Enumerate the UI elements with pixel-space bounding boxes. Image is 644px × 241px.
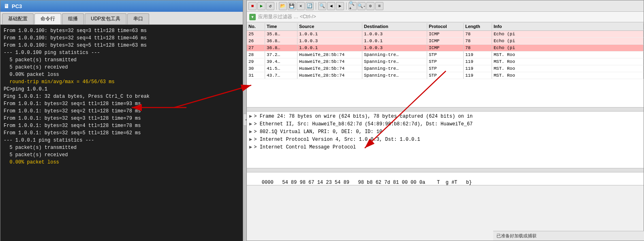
terminal-line-23: 0.00% packet loss	[4, 159, 240, 166]
pkt-src: HuaweiTe_28:5b:74	[297, 65, 362, 72]
detail-icmp-text: > Internet Control Message Protocol	[254, 144, 356, 150]
pkt-dst: Spanning-tre…	[362, 65, 427, 72]
col-no: No.	[247, 23, 265, 30]
tab-command-line[interactable]: 命令行	[34, 13, 61, 24]
find-button[interactable]: 🔍	[318, 2, 326, 10]
pc3-title: PC3	[12, 3, 22, 9]
col-time: Time	[265, 23, 297, 30]
expand-arrow-vlan: ▶	[249, 129, 252, 135]
packet-list: No. Time Source Destination Protocol Len…	[247, 22, 644, 108]
detail-frame-text: > Frame 24: 78 bytes on wire (624 bits),…	[254, 114, 473, 119]
pkt-info: Echo (pi	[492, 45, 644, 51]
stop-button[interactable]: ■	[248, 2, 257, 10]
packet-row-29[interactable]: 29 39.4… HuaweiTe_28:5b:74 Spanning-tre……	[247, 58, 644, 65]
filter-icon: ▼	[249, 14, 256, 20]
terminal-line-8: 0.00% packet loss	[4, 71, 240, 78]
pkt-time: 36.8…	[265, 45, 297, 51]
pkt-info: MST. Roo	[492, 65, 644, 72]
pkt-dst: Spanning-tre…	[362, 58, 427, 65]
terminal-line-22: 5 packet(s) received	[4, 151, 240, 159]
pkt-len: 119	[464, 72, 492, 79]
pc3-icon: 🖥	[4, 3, 9, 9]
pkt-time: 36.8…	[265, 38, 297, 44]
terminal-line-1: From 1.0.0.100: bytes=32 seq=3 ttl=128 t…	[4, 27, 240, 34]
pc3-terminal[interactable]: From 1.0.0.100: bytes=32 seq=3 ttl=128 t…	[0, 25, 243, 241]
hex-line: 0000 54 89 98 67 14 23 54 89 98 b8 62 7d…	[262, 180, 484, 185]
wireshark-window: ■ ▶ ↺ 📂 💾 ✕ 🔄 🔍 ◀ ▶ 🔍+ 🔍- ⊙ ≡ ▼ 应用显示过滤器 …	[246, 0, 644, 241]
packet-row-26[interactable]: 26 36.8… 1.0.0.3 1.0.0.1 ICMP 78 Echo (p…	[247, 38, 644, 45]
terminal-line-5: --- 1.0.0.100 ping statistics ---	[4, 49, 240, 56]
detail-row-icmp[interactable]: ▶ > Internet Control Message Protocol	[247, 143, 644, 151]
pkt-no: 29	[247, 58, 265, 65]
zoom-reset-button[interactable]: ⊙	[366, 2, 374, 10]
terminal-line-16: From 1.0.0.1: bytes=32 seq=3 ttl=128 tim…	[4, 115, 240, 122]
tab-basic-config[interactable]: 基础配置	[2, 13, 34, 24]
col-protocol: Protocol	[427, 23, 464, 30]
pkt-no: 28	[247, 52, 265, 58]
pkt-info: Echo (pi	[492, 31, 644, 37]
terminal-line-14: From 1.0.0.1: bytes=32 seq=1 ttl=128 tim…	[4, 100, 240, 108]
pkt-time: 37.2…	[265, 52, 297, 58]
tab-udp-tool[interactable]: UDP发包工具	[85, 13, 126, 24]
zoom-out-button[interactable]: 🔍-	[357, 2, 366, 10]
detail-ip-text: > Internet Protocol Version 4, Src: 1.0.…	[254, 137, 420, 142]
pkt-info: MST. Roo	[492, 58, 644, 65]
pkt-src: 1.0.0.3	[297, 38, 362, 44]
terminal-line-11: PC>ping 1.0.0.1	[4, 86, 240, 93]
pkt-proto: STP	[427, 65, 464, 72]
packet-row-25[interactable]: 25 35.8… 1.0.0.1 1.0.0.3 ICMP 78 Echo (p…	[247, 31, 644, 38]
detail-vlan-text: > 802.1Q Virtual LAN, PRI: 0, DEI: 0, ID…	[254, 129, 382, 135]
status-ready: 已准备好加载或捕获	[496, 233, 537, 239]
pkt-time: 39.4…	[265, 58, 297, 65]
pkt-proto: STP	[427, 58, 464, 65]
pkt-len: 119	[464, 58, 492, 65]
hex-pane: 0000 54 89 98 67 14 23 54 89 98 b8 62 7d…	[247, 172, 644, 185]
detail-hscroll[interactable]	[247, 168, 644, 172]
start-button[interactable]: ▶	[257, 2, 265, 10]
pkt-info: MST. Roo	[492, 72, 644, 79]
packet-row-27[interactable]: 27 36.8… 1.0.0.1 1.0.0.3 ICMP 78 Echo (p…	[247, 45, 644, 52]
pkt-no: 27	[247, 45, 265, 51]
terminal-line-17: From 1.0.0.1: bytes=32 seq=4 ttl=128 tim…	[4, 122, 240, 129]
detail-pane: ▶ > Frame 24: 78 bytes on wire (624 bits…	[247, 112, 644, 168]
prev-button[interactable]: ◀	[327, 2, 335, 10]
pkt-info: Echo (pi	[492, 38, 644, 44]
toolbar-sep-3	[346, 2, 347, 10]
expand-arrow-ethernet: ▶	[249, 121, 252, 127]
detail-row-ip[interactable]: ▶ > Internet Protocol Version 4, Src: 1.…	[247, 136, 644, 143]
pkt-time: 35.8…	[265, 31, 297, 37]
save-button[interactable]: 💾	[288, 2, 296, 10]
restart-button[interactable]: ↺	[266, 2, 274, 10]
pkt-len: 78	[464, 38, 492, 44]
detail-row-frame[interactable]: ▶ > Frame 24: 78 bytes on wire (624 bits…	[247, 112, 644, 120]
filter-text[interactable]: 应用显示过滤器 … <Ctrl-/>	[258, 13, 316, 20]
packet-row-31[interactable]: 31 43.7… HuaweiTe_28:5b:74 Spanning-tre……	[247, 72, 644, 79]
pkt-dst: 1.0.0.3	[362, 31, 427, 37]
pkt-len: 78	[464, 45, 492, 51]
columns-button[interactable]: ≡	[375, 2, 383, 10]
tab-serial[interactable]: 串口	[127, 13, 149, 24]
packet-row-30[interactable]: 30 41.5… HuaweiTe_28:5b:74 Spanning-tre……	[247, 65, 644, 72]
zoom-in-button[interactable]: 🔍+	[349, 2, 357, 10]
pc3-window: 🖥 PC3 基础配置 命令行 组播 UDP发包工具 串口 From 1.0.0.…	[0, 0, 243, 241]
next-button[interactable]: ▶	[336, 2, 344, 10]
col-dest: Destination	[362, 23, 427, 30]
close-file-button[interactable]: ✕	[297, 2, 305, 10]
wireshark-status-bar: 已准备好加载或捕获 分组: 31	[493, 231, 644, 241]
open-button[interactable]: 📂	[279, 2, 287, 10]
detail-row-ethernet[interactable]: ▶ > Ethernet II, Src: HuaweiTe_b8:62:7d …	[247, 120, 644, 128]
detail-row-vlan[interactable]: ▶ > 802.1Q Virtual LAN, PRI: 0, DEI: 0, …	[247, 128, 644, 136]
reload-button[interactable]: 🔄	[306, 2, 314, 10]
pkt-src: HuaweiTe_28:5b:74	[297, 52, 362, 58]
terminal-line-9: round-trip min/avg/max = 46/56/63 ms	[4, 78, 240, 86]
packet-list-hscroll[interactable]	[247, 108, 644, 112]
terminal-line-13: Ping 1.0.0.1: 32 data bytes, Press Ctrl_…	[4, 93, 240, 100]
pkt-src: HuaweiTe_28:5b:74	[297, 58, 362, 65]
pkt-info: MST. Roo	[492, 52, 644, 58]
pc3-titlebar: 🖥 PC3	[0, 0, 243, 12]
tab-multicast[interactable]: 组播	[62, 13, 84, 24]
packet-list-header: No. Time Source Destination Protocol Len…	[247, 22, 644, 31]
terminal-line-2: From 1.0.0.100: bytes=32 seq=4 ttl=128 t…	[4, 34, 240, 42]
expand-arrow-frame: ▶	[249, 113, 252, 119]
packet-row-28[interactable]: 28 37.2… HuaweiTe_28:5b:74 Spanning-tre……	[247, 52, 644, 58]
